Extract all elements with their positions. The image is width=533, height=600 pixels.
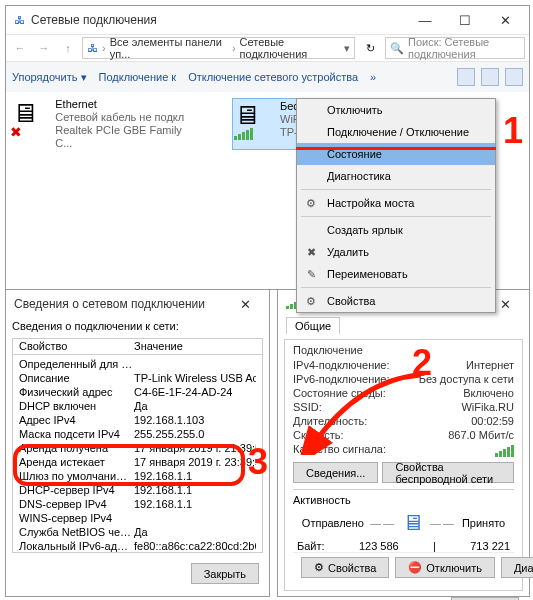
menu-label: Свойства <box>327 295 375 307</box>
menu-label: Создать ярлык <box>327 224 403 236</box>
property-row[interactable]: Физический адресC4-6E-1F-24-AD-24 <box>13 385 262 399</box>
path-root[interactable]: Все элементы панели уп... <box>110 36 228 60</box>
diagnose-button[interactable]: Диагностика <box>501 557 533 578</box>
property-row[interactable]: Адрес IPv4192.168.1.103 <box>13 413 262 427</box>
annotation-3: 3 <box>248 441 268 483</box>
up-button[interactable]: ↑ <box>58 38 78 58</box>
menu-icon: ⚙ <box>303 295 319 308</box>
adapter-ethernet[interactable]: 🖥 ✖ Ethernet Сетевой кабель не подкл Rea… <box>12 98 192 150</box>
property-row[interactable]: Определенный для по... <box>13 357 262 371</box>
close-details-button[interactable]: Закрыть <box>191 563 259 584</box>
disconnected-icon: ✖ <box>10 124 22 140</box>
forward-button[interactable]: → <box>34 38 54 58</box>
details-title: Сведения о сетевом подключении <box>14 297 225 311</box>
annotation-line <box>296 147 496 150</box>
property-row[interactable]: DHCP-сервер IPv4192.168.1.1 <box>13 483 262 497</box>
network-icon: 🖧 <box>14 14 25 26</box>
bytes-recv: 713 221 <box>470 540 510 552</box>
col-key: Свойство <box>19 340 134 352</box>
signal-icon <box>234 128 253 140</box>
minimize-button[interactable]: — <box>405 8 445 32</box>
context-menu-item[interactable]: Подключение / Отключение <box>297 121 495 143</box>
property-row[interactable]: Аренда истекает17 января 2019 г. 23:39:5… <box>13 455 262 469</box>
details-titlebar: Сведения о сетевом подключении ✕ <box>6 290 269 318</box>
details-dialog: Сведения о сетевом подключении ✕ Сведени… <box>5 289 270 597</box>
context-menu-item[interactable]: ✎Переименовать <box>297 263 495 285</box>
activity-label: Активность <box>293 494 514 506</box>
context-menu-item[interactable]: Создать ярлык <box>297 219 495 241</box>
menu-label: Переименовать <box>327 268 408 280</box>
gear-icon: ⚙ <box>314 561 324 574</box>
organize-button[interactable]: Упорядочить ▾ <box>12 71 87 84</box>
tab-general[interactable]: Общие <box>286 317 340 334</box>
disable-button[interactable]: ⛔Отключить <box>395 557 495 578</box>
context-menu-item[interactable]: ⚙Настройка моста <box>297 192 495 214</box>
wifi-adapter-icon: 🖥 <box>234 100 260 130</box>
view-list-button[interactable] <box>481 68 499 86</box>
address-bar[interactable]: 🖧 › Все элементы панели уп... › Сетевые … <box>82 37 355 59</box>
search-placeholder: Поиск: Сетевые подключения <box>408 36 520 60</box>
connection-label: Подключение <box>293 344 514 356</box>
annotation-2: 2 <box>412 342 432 384</box>
window-title: Сетевые подключения <box>31 13 405 27</box>
context-menu-item[interactable]: ⚙Свойства <box>297 290 495 312</box>
view-icons-button[interactable] <box>457 68 475 86</box>
menu-icon: ✎ <box>303 268 319 281</box>
annotation-1: 1 <box>503 110 523 152</box>
menu-label: Подключение / Отключение <box>327 126 469 138</box>
help-button[interactable] <box>505 68 523 86</box>
property-row[interactable]: Аренда получена17 января 2019 г. 21:39:5… <box>13 441 262 455</box>
back-button[interactable]: ← <box>10 38 30 58</box>
context-menu-item[interactable]: Отключить <box>297 99 495 121</box>
col-val: Значение <box>134 340 256 352</box>
sent-label: Отправлено <box>302 517 364 529</box>
activity-icon: 🖥 <box>402 510 424 536</box>
group-label: Сведения о подключении к сети: <box>6 318 269 334</box>
property-list: СвойствоЗначениеОпределенный для по...Оп… <box>13 339 262 552</box>
property-row[interactable]: Локальный IPv6-адрес...fe80::a86c:ca22:8… <box>13 539 262 552</box>
context-menu-item[interactable]: ✖Удалить <box>297 241 495 263</box>
adapter-name: Ethernet <box>55 98 192 111</box>
close-button[interactable]: ✕ <box>485 8 525 32</box>
menu-icon: ⚙ <box>303 197 319 210</box>
bytes-sent: 123 586 <box>359 540 399 552</box>
property-row[interactable]: Маска подсети IPv4255.255.255.0 <box>13 427 262 441</box>
details-button[interactable]: Сведения... <box>293 462 378 483</box>
control-panel-icon: 🖧 <box>87 42 98 54</box>
property-row[interactable]: DHCP включенДа <box>13 399 262 413</box>
menu-icon: ✖ <box>303 246 319 259</box>
property-row[interactable]: Шлюз по умолчанию IP...192.168.1.1 <box>13 469 262 483</box>
properties-button[interactable]: ⚙Свойства <box>301 557 389 578</box>
nav-bar: ← → ↑ 🖧 › Все элементы панели уп... › Се… <box>6 34 529 62</box>
disable-icon: ⛔ <box>408 561 422 574</box>
wireless-props-button[interactable]: Свойства беспроводной сети <box>382 462 514 483</box>
maximize-button[interactable]: ☐ <box>445 8 485 32</box>
context-menu-item[interactable]: Диагностика <box>297 165 495 187</box>
command-bar: Упорядочить ▾ Подключение к Отключение с… <box>6 62 529 92</box>
explorer-titlebar: 🖧 Сетевые подключения — ☐ ✕ <box>6 6 529 34</box>
property-row[interactable]: WINS-сервер IPv4 <box>13 511 262 525</box>
menu-label: Диагностика <box>327 170 391 182</box>
signal-quality-icon <box>495 443 514 457</box>
property-row[interactable]: DNS-сервер IPv4192.168.1.1 <box>13 497 262 511</box>
search-icon: 🔍 <box>390 42 404 55</box>
menu-label: Отключить <box>327 104 383 116</box>
search-input[interactable]: 🔍 Поиск: Сетевые подключения <box>385 37 525 59</box>
disable-device-button[interactable]: Отключение сетевого устройства <box>188 71 358 83</box>
close-button[interactable]: ✕ <box>225 292 265 316</box>
refresh-button[interactable]: ↻ <box>359 42 381 55</box>
connect-to-button[interactable]: Подключение к <box>99 71 177 83</box>
menu-label: Настройка моста <box>327 197 414 209</box>
adapter-status: Сетевой кабель не подкл <box>55 111 192 124</box>
path-current[interactable]: Сетевые подключения <box>240 36 340 60</box>
bytes-label: Байт: <box>297 540 325 552</box>
menu-label: Удалить <box>327 246 369 258</box>
context-menu: ОтключитьПодключение / ОтключениеСостоян… <box>296 98 496 313</box>
adapter-device: Realtek PCIe GBE Family C... <box>55 124 192 150</box>
property-row[interactable]: ОписаниеTP-Link Wireless USB Adapter <box>13 371 262 385</box>
property-row[interactable]: Служба NetBIOS чере...Да <box>13 525 262 539</box>
more-button[interactable]: » <box>370 71 376 83</box>
recv-label: Принято <box>462 517 505 529</box>
